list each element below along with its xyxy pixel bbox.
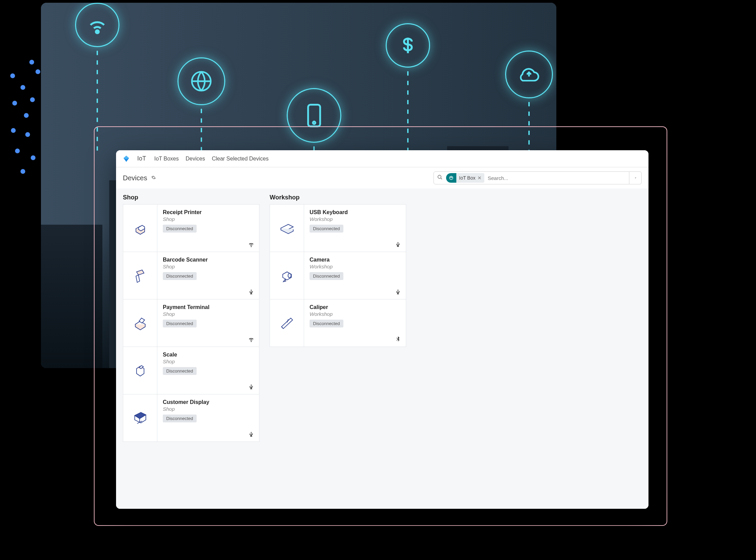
- page-title: Devices: [123, 174, 147, 182]
- bluetooth-icon: [395, 336, 401, 342]
- device-card-body: CaliperWorkshopDisconnected: [304, 299, 406, 347]
- device-card[interactable]: Payment TerminalShopDisconnected: [123, 299, 259, 347]
- device-name: USB Keyboard: [310, 209, 400, 215]
- device-location: Workshop: [310, 264, 400, 269]
- status-badge: Disconnected: [310, 320, 343, 327]
- device-name: Scale: [163, 352, 254, 358]
- camera-icon: [270, 252, 304, 299]
- device-card[interactable]: Customer DisplayShopDisconnected: [123, 394, 259, 442]
- status-badge: Disconnected: [163, 225, 197, 233]
- device-card-body: USB KeyboardWorkshopDisconnected: [304, 205, 406, 252]
- device-location: Workshop: [310, 311, 400, 317]
- wifi-icon: [248, 241, 254, 248]
- svg-point-5: [288, 274, 291, 278]
- device-location: Shop: [163, 216, 254, 222]
- device-card-body: Payment TerminalShopDisconnected: [157, 299, 259, 347]
- display-icon: [123, 394, 157, 442]
- usb-icon: [395, 289, 401, 295]
- scale-icon: [123, 347, 157, 394]
- device-card[interactable]: CameraWorkshopDisconnected: [270, 252, 406, 299]
- search-input[interactable]: [484, 172, 629, 184]
- device-card[interactable]: CaliperWorkshopDisconnected: [270, 299, 406, 347]
- filter-chip-label: IoT Box ✕: [456, 173, 484, 183]
- nav-clear-selected[interactable]: Clear Selected Devices: [212, 156, 269, 162]
- device-name: Payment Terminal: [163, 304, 254, 310]
- gear-icon[interactable]: [151, 175, 156, 181]
- search-bar: IoT Box ✕: [433, 171, 642, 184]
- filter-chip[interactable]: [446, 173, 456, 183]
- device-card[interactable]: Barcode ScannerShopDisconnected: [123, 252, 259, 299]
- app-title: IoT: [137, 155, 146, 162]
- device-location: Shop: [163, 406, 254, 412]
- status-badge: Disconnected: [163, 367, 197, 375]
- dollar-glow-icon: [386, 23, 430, 68]
- device-location: Workshop: [310, 216, 400, 222]
- usb-icon: [395, 241, 401, 248]
- device-card-body: Barcode ScannerShopDisconnected: [157, 252, 259, 299]
- device-card-body: CameraWorkshopDisconnected: [304, 252, 406, 299]
- globe-glow-icon: [177, 57, 225, 105]
- column-title: Shop: [123, 194, 259, 201]
- subbar: Devices IoT Box ✕: [116, 167, 648, 188]
- status-badge: Disconnected: [163, 272, 197, 280]
- device-name: Camera: [310, 257, 400, 263]
- svg-point-4: [438, 175, 441, 178]
- usb-icon: [248, 384, 254, 390]
- device-card-body: Customer DisplayShopDisconnected: [157, 394, 259, 442]
- printer-icon: [123, 205, 157, 252]
- device-card[interactable]: ScaleShopDisconnected: [123, 347, 259, 394]
- svg-point-0: [96, 30, 99, 33]
- usb-icon: [248, 289, 254, 295]
- status-badge: Disconnected: [310, 272, 343, 280]
- device-card[interactable]: USB KeyboardWorkshopDisconnected: [270, 204, 406, 252]
- device-card-body: Receipt PrinterShopDisconnected: [157, 205, 259, 252]
- cloud-glow-icon: [505, 51, 553, 98]
- search-options-dropdown[interactable]: [629, 172, 641, 184]
- topbar: IoT IoT Boxes Devices Clear Selected Dev…: [116, 150, 648, 167]
- nav-iot-boxes[interactable]: IoT Boxes: [154, 156, 179, 162]
- app-logo-icon: [122, 155, 130, 163]
- scanner-icon: [123, 252, 157, 299]
- device-name: Caliper: [310, 304, 400, 310]
- device-name: Receipt Printer: [163, 209, 254, 215]
- svg-point-3: [313, 122, 315, 124]
- column-title: Workshop: [270, 194, 406, 201]
- device-location: Shop: [163, 311, 254, 317]
- device-card-body: ScaleShopDisconnected: [157, 347, 259, 394]
- device-location: Shop: [163, 264, 254, 269]
- status-badge: Disconnected: [310, 225, 343, 233]
- wifi-icon: [248, 336, 254, 342]
- wifi-glow-icon: [75, 3, 119, 47]
- usb-icon: [248, 431, 254, 437]
- device-card[interactable]: Receipt PrinterShopDisconnected: [123, 204, 259, 252]
- status-badge: Disconnected: [163, 320, 197, 327]
- search-icon[interactable]: [434, 174, 446, 181]
- device-location: Shop: [163, 359, 254, 364]
- device-name: Customer Display: [163, 399, 254, 405]
- device-name: Barcode Scanner: [163, 257, 254, 263]
- device-column: WorkshopUSB KeyboardWorkshopDisconnected…: [270, 194, 406, 347]
- keyboard-icon: [270, 205, 304, 252]
- caliper-icon: [270, 299, 304, 347]
- nav-devices[interactable]: Devices: [186, 156, 205, 162]
- status-badge: Disconnected: [163, 415, 197, 422]
- device-column: ShopReceipt PrinterShopDisconnectedBarco…: [123, 194, 259, 442]
- content-area: ShopReceipt PrinterShopDisconnectedBarco…: [116, 188, 648, 509]
- app-window: IoT IoT Boxes Devices Clear Selected Dev…: [116, 150, 648, 509]
- terminal-icon: [123, 299, 157, 347]
- filter-chip-remove[interactable]: ✕: [477, 175, 482, 181]
